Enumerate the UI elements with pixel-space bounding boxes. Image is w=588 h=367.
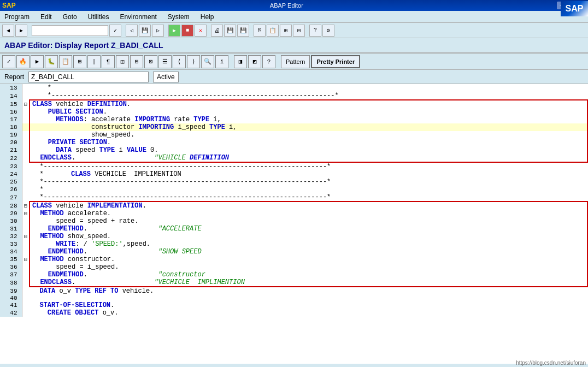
line-content[interactable]: METHOD constructor. xyxy=(30,256,587,263)
line-content[interactable]: CLASS vehicle IMPLEMENTATION. xyxy=(30,202,587,210)
help-btn[interactable]: ? xyxy=(309,25,321,37)
line-fold[interactable] xyxy=(22,146,30,154)
line-content[interactable]: show_speed. xyxy=(30,131,587,139)
line-fold[interactable] xyxy=(22,248,30,256)
tb2-btn11[interactable]: ⊠ xyxy=(144,55,157,68)
tb2-btn9[interactable]: ◫ xyxy=(116,55,129,68)
line-fold[interactable] xyxy=(22,287,30,295)
line-fold[interactable] xyxy=(22,170,30,178)
tb2-btn12[interactable]: ☰ xyxy=(158,55,172,68)
tb2-btn5[interactable]: 📋 xyxy=(59,55,72,68)
line-fold[interactable] xyxy=(22,131,30,139)
line-content[interactable]: ENDMETHOD. "ACCELERATE xyxy=(30,225,587,233)
line-fold[interactable] xyxy=(22,271,30,279)
line-fold[interactable] xyxy=(22,279,30,287)
line-fold[interactable]: ⊟ xyxy=(22,100,30,108)
line-content[interactable]: * xyxy=(30,186,587,193)
accept-button[interactable]: ✓ xyxy=(109,25,121,37)
line-fold[interactable]: ⊟ xyxy=(22,202,30,210)
more2-btn[interactable]: ⊟ xyxy=(293,25,305,37)
line-fold[interactable]: ⊟ xyxy=(22,256,30,263)
tb2-btn18[interactable]: ◩ xyxy=(248,55,261,68)
line-fold[interactable]: ⊟ xyxy=(22,233,30,240)
command-input[interactable] xyxy=(32,25,108,36)
line-fold[interactable] xyxy=(22,116,30,123)
line-content[interactable]: PRIVATE SECTION. xyxy=(30,139,587,146)
save2-btn[interactable]: 💾 xyxy=(224,25,236,37)
line-content[interactable]: DATA o_v TYPE REF TO vehicle. xyxy=(30,287,587,295)
stop-btn[interactable]: ■ xyxy=(181,25,193,37)
nav-next[interactable]: ▷ xyxy=(152,25,164,37)
paste-btn[interactable]: 📋 xyxy=(267,25,279,37)
tb2-btn10[interactable]: ⊟ xyxy=(130,55,143,68)
line-fold[interactable] xyxy=(22,92,30,100)
line-content[interactable] xyxy=(30,295,587,301)
tb2-btn19[interactable]: ? xyxy=(262,55,275,68)
pretty-printer-button[interactable]: Pretty Printer xyxy=(311,55,360,68)
menu-environment[interactable]: Environment xyxy=(117,12,158,22)
tb2-btn17[interactable]: ◨ xyxy=(234,55,247,68)
line-fold[interactable] xyxy=(22,84,30,92)
activate-btn[interactable]: 🔥 xyxy=(16,55,30,68)
line-content[interactable]: CREATE OBJECT o_v. xyxy=(30,309,587,317)
code-editor[interactable]: 13 * 14 *-------------------------------… xyxy=(0,84,588,364)
line-fold[interactable] xyxy=(22,162,30,170)
line-content[interactable]: ENDCLASS. "VEHICLE DEFINITION xyxy=(30,154,587,162)
line-fold[interactable] xyxy=(22,193,30,202)
line-content[interactable]: * xyxy=(30,84,587,92)
line-fold[interactable] xyxy=(22,154,30,162)
menu-edit[interactable]: Edit xyxy=(38,12,54,22)
print-btn[interactable]: 🖨 xyxy=(211,25,223,37)
menu-program[interactable]: Program xyxy=(2,12,32,22)
line-fold[interactable] xyxy=(22,123,30,131)
line-content[interactable]: WRITE: / 'SPEED:',speed. xyxy=(30,240,587,248)
execute-btn[interactable]: ▶ xyxy=(168,25,180,37)
report-input[interactable] xyxy=(28,72,149,82)
nav-save[interactable]: 💾 xyxy=(139,25,151,37)
nav-prev[interactable]: ◁ xyxy=(126,25,138,37)
check-btn[interactable]: ✓ xyxy=(2,55,15,68)
line-fold[interactable] xyxy=(22,309,30,317)
line-content[interactable]: START-OF-SELECTION. xyxy=(30,301,587,309)
line-content[interactable]: *---------------------------------------… xyxy=(30,193,587,202)
line-fold[interactable] xyxy=(22,186,30,193)
find-btn[interactable]: 🔍 xyxy=(201,55,214,68)
debug-btn[interactable]: 🐛 xyxy=(45,55,58,68)
line-fold[interactable] xyxy=(22,301,30,309)
tb2-btn7[interactable]: | xyxy=(87,55,101,68)
tb2-btn6[interactable]: ⊞ xyxy=(73,55,86,68)
line-content[interactable]: * CLASS VECHICLE IMPLIMENTION xyxy=(30,170,587,178)
forward-button[interactable]: ▶ xyxy=(15,25,27,37)
line-content[interactable]: speed = speed + rate. xyxy=(30,217,587,225)
line-fold[interactable] xyxy=(22,108,30,116)
line-content[interactable]: CLASS vehicle DEFINITION. xyxy=(30,100,587,108)
line-fold[interactable] xyxy=(22,217,30,225)
line-content[interactable]: speed = i_speed. xyxy=(30,263,587,271)
line-fold[interactable] xyxy=(22,240,30,248)
menu-help[interactable]: Help xyxy=(198,12,216,22)
line-content[interactable]: ENDMETHOD. "constructor xyxy=(30,271,587,279)
tb2-btn14[interactable]: ⟩ xyxy=(187,55,200,68)
line-content[interactable]: METHODS: accelerate IMPORTING rate TYPE … xyxy=(30,116,587,123)
line-fold[interactable] xyxy=(22,139,30,146)
cancel-btn[interactable]: ✕ xyxy=(195,25,207,37)
tb2-btn8[interactable]: ¶ xyxy=(102,55,115,68)
line-content[interactable]: *---------------------------------------… xyxy=(30,92,587,100)
line-content[interactable]: constructor IMPORTING i_speed TYPE i, xyxy=(30,123,587,131)
line-fold[interactable] xyxy=(22,225,30,233)
test-btn[interactable]: ▶ xyxy=(31,55,44,68)
save3-btn[interactable]: 💾 xyxy=(237,25,249,37)
line-fold[interactable] xyxy=(22,295,30,301)
line-content[interactable]: ENDMETHOD. "SHOW SPEED xyxy=(30,248,587,256)
tb2-btn16[interactable]: i xyxy=(215,55,228,68)
line-content[interactable]: METHOD accelerate. xyxy=(30,210,587,217)
line-fold[interactable]: ⊟ xyxy=(22,210,30,217)
line-fold[interactable] xyxy=(22,178,30,186)
copy-btn[interactable]: ⎘ xyxy=(254,25,266,37)
line-fold[interactable] xyxy=(22,263,30,271)
line-content[interactable]: PUBLIC SECTION. xyxy=(30,108,587,116)
menu-utilities[interactable]: Utilities xyxy=(86,12,111,22)
line-content[interactable]: METHOD show_speed. xyxy=(30,233,587,240)
tb2-btn13[interactable]: ⟨ xyxy=(173,55,186,68)
line-content[interactable]: *---------------------------------------… xyxy=(30,178,587,186)
